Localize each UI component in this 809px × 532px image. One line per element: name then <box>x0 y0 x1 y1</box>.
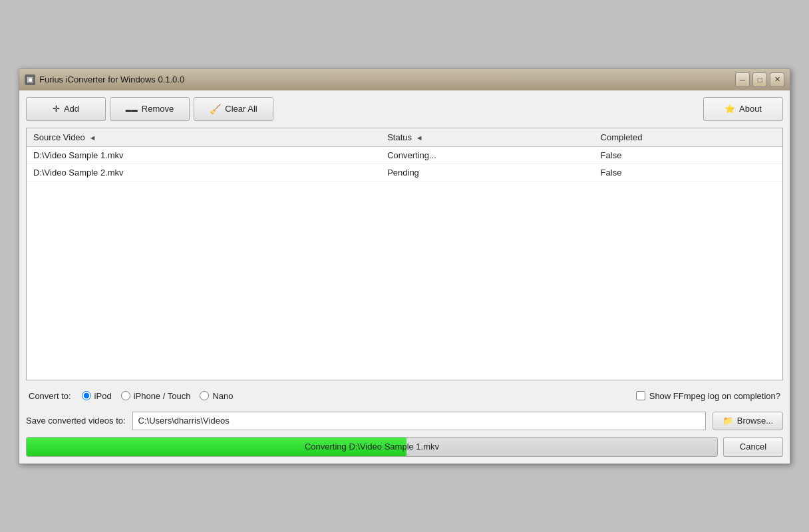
radio-ipod[interactable]: iPod <box>82 391 112 401</box>
main-window: ▣ Furius iConverter for Windows 0.1.0.0 … <box>19 68 790 464</box>
cell-status: Converting... <box>381 146 593 164</box>
add-button[interactable]: Add <box>26 97 106 121</box>
sort-arrow-status: ◄ <box>416 134 423 142</box>
title-bar-buttons: ─ □ ✕ <box>735 72 784 87</box>
ffmpeg-log-input[interactable] <box>636 391 645 400</box>
cell-status: Pending <box>381 164 593 181</box>
convert-section: Convert to: iPod iPhone / Touch Nano Sho… <box>26 387 783 405</box>
cell-source-video: D:\Video Sample 1.mkv <box>27 146 381 164</box>
title-bar-left: ▣ Furius iConverter for Windows 0.1.0.0 <box>25 74 184 85</box>
save-section: Save converted videos to: Browse... <box>26 412 783 430</box>
about-button[interactable]: About <box>703 97 783 121</box>
cell-source-video: D:\Video Sample 2.mkv <box>27 164 381 181</box>
file-table-container: Source Video ◄ Status ◄ Completed D:\ <box>26 128 783 380</box>
table-header-row: Source Video ◄ Status ◄ Completed <box>27 128 782 147</box>
progress-bar-container: Converting D:\Video Sample 1.mkv <box>26 437 718 457</box>
column-completed: Completed <box>594 128 782 147</box>
browse-icon <box>723 416 733 426</box>
window-body: Add Remove Clear All About Sou <box>19 90 790 464</box>
remove-button[interactable]: Remove <box>110 97 190 121</box>
progress-text: Converting D:\Video Sample 1.mkv <box>27 438 717 456</box>
radio-iphone-input[interactable] <box>121 391 130 400</box>
radio-ipod-input[interactable] <box>82 391 91 400</box>
title-bar: ▣ Furius iConverter for Windows 0.1.0.0 … <box>19 69 790 90</box>
save-path-input[interactable] <box>132 412 706 430</box>
convert-to-label: Convert to: <box>29 391 71 401</box>
radio-iphone[interactable]: iPhone / Touch <box>121 391 191 401</box>
ffmpeg-log-label: Show FFmpeg log on completion? <box>649 391 780 401</box>
radio-nano-input[interactable] <box>200 391 209 400</box>
cancel-button[interactable]: Cancel <box>723 437 783 457</box>
clearall-label: Clear All <box>225 104 257 114</box>
file-table: Source Video ◄ Status ◄ Completed D:\ <box>27 128 782 182</box>
sort-arrow-source: ◄ <box>88 134 96 142</box>
add-icon <box>53 104 60 114</box>
progress-section: Converting D:\Video Sample 1.mkv Cancel <box>26 437 783 457</box>
radio-group: iPod iPhone / Touch Nano <box>82 391 234 401</box>
remove-label: Remove <box>142 104 174 114</box>
close-button[interactable]: ✕ <box>770 72 784 87</box>
table-row[interactable]: D:\Video Sample 2.mkv Pending False <box>27 164 782 181</box>
about-label: About <box>739 104 762 114</box>
clearall-icon <box>210 104 221 114</box>
save-to-label: Save converted videos to: <box>26 416 126 426</box>
toolbar: Add Remove Clear All About <box>26 97 783 121</box>
window-title: Furius iConverter for Windows 0.1.0.0 <box>39 74 184 84</box>
radio-nano[interactable]: Nano <box>200 391 233 401</box>
remove-icon <box>126 104 138 114</box>
radio-nano-label: Nano <box>212 391 233 401</box>
minimize-button[interactable]: ─ <box>735 72 750 87</box>
ffmpeg-log-checkbox[interactable]: Show FFmpeg log on completion? <box>636 391 780 401</box>
radio-iphone-label: iPhone / Touch <box>134 391 191 401</box>
browse-label: Browse... <box>737 416 773 426</box>
cell-completed: False <box>594 164 782 181</box>
clearall-button[interactable]: Clear All <box>194 97 273 121</box>
browse-button[interactable]: Browse... <box>713 412 783 430</box>
cell-completed: False <box>594 146 782 164</box>
app-icon: ▣ <box>25 74 35 85</box>
add-label: Add <box>64 104 79 114</box>
column-source-video[interactable]: Source Video ◄ <box>27 128 381 147</box>
column-status[interactable]: Status ◄ <box>381 128 593 147</box>
radio-ipod-label: iPod <box>94 391 112 401</box>
maximize-button[interactable]: □ <box>752 72 767 87</box>
table-row[interactable]: D:\Video Sample 1.mkv Converting... Fals… <box>27 146 782 164</box>
about-icon <box>725 104 735 114</box>
